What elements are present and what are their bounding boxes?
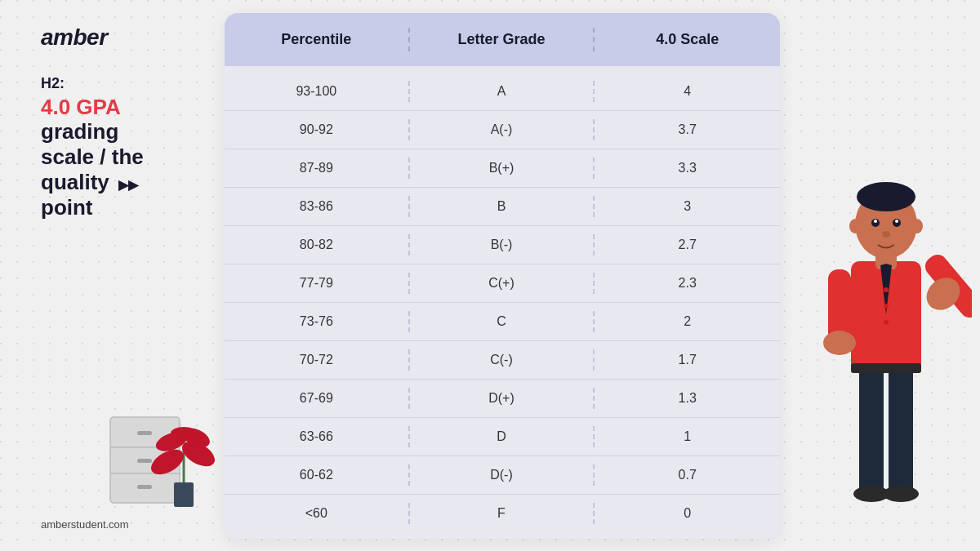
- heading-body-line3: quality: [41, 170, 109, 194]
- brand-logo: amber: [41, 24, 188, 51]
- header-letter-grade: Letter Grade: [410, 28, 595, 51]
- table-cell-4-1: B(-): [410, 234, 595, 256]
- svg-rect-6: [174, 482, 194, 507]
- table-cell-6-1: C: [410, 311, 595, 332]
- table-cell-2-2: 3.3: [595, 158, 780, 179]
- svg-point-28: [882, 231, 890, 238]
- main-content: Percentile Letter Grade 4.0 Scale 93-100…: [212, 0, 792, 551]
- heading-body-line1: grading: [41, 119, 118, 144]
- table-cell-1-0: 90-92: [225, 119, 410, 140]
- table-row: 70-72C(-)1.7: [225, 341, 780, 380]
- table-cell-2-0: 87-89: [225, 158, 410, 179]
- website-footer: amberstudent.com: [41, 518, 129, 531]
- svg-point-16: [883, 486, 919, 502]
- page-wrapper: amber H2: 4.0 GPA grading scale / the qu…: [0, 0, 980, 551]
- svg-rect-4: [137, 459, 152, 463]
- svg-point-27: [895, 220, 898, 223]
- header-40-scale: 4.0 Scale: [595, 28, 780, 51]
- table-cell-9-2: 1: [595, 426, 780, 447]
- svg-rect-13: [859, 363, 884, 494]
- svg-point-21: [857, 182, 915, 211]
- header-percentile: Percentile: [225, 28, 410, 51]
- table-cell-10-1: D(-): [410, 464, 595, 486]
- svg-rect-18: [851, 363, 921, 373]
- table-row: 63-66D1: [225, 418, 780, 456]
- table-row: 87-89B(+)3.3: [225, 149, 780, 188]
- table-cell-5-1: C(+): [410, 273, 595, 294]
- table-cell-8-2: 1.3: [595, 388, 780, 409]
- table-cell-1-2: 3.7: [595, 119, 780, 140]
- table-cell-6-0: 73-76: [225, 311, 410, 332]
- table-cell-8-1: D(+): [410, 388, 595, 409]
- svg-point-22: [849, 219, 861, 233]
- heading-body-line2: scale / the: [41, 144, 144, 169]
- svg-point-23: [911, 219, 923, 233]
- table-cell-4-2: 2.7: [595, 234, 780, 256]
- svg-rect-5: [137, 485, 152, 489]
- table-cell-3-2: 3: [595, 196, 780, 217]
- grade-table: Percentile Letter Grade 4.0 Scale 93-100…: [225, 13, 780, 539]
- svg-point-35: [884, 304, 889, 309]
- table-body: 93-100A490-92A(-)3.787-89B(+)3.383-86B38…: [225, 66, 780, 539]
- table-cell-0-0: 93-100: [225, 81, 410, 102]
- svg-point-12: [171, 427, 197, 440]
- table-cell-7-0: 70-72: [225, 349, 410, 371]
- right-panel: [792, 0, 980, 551]
- table-row: 93-100A4: [225, 73, 780, 111]
- left-panel: amber H2: 4.0 GPA grading scale / the qu…: [0, 0, 212, 551]
- heading-section: H2: 4.0 GPA grading scale / the quality …: [41, 75, 188, 220]
- svg-rect-3: [137, 431, 152, 435]
- table-cell-7-1: C(-): [410, 349, 595, 371]
- svg-point-34: [884, 287, 889, 292]
- plant-decoration: [151, 405, 216, 514]
- heading-label: H2:: [41, 75, 188, 92]
- person-figure: [800, 118, 972, 543]
- table-cell-11-1: F: [410, 503, 595, 524]
- table-cell-11-2: 0: [595, 503, 780, 524]
- table-row: 77-79C(+)2.3: [225, 264, 780, 303]
- table-row: 90-92A(-)3.7: [225, 111, 780, 149]
- table-cell-3-1: B: [410, 196, 595, 217]
- table-row: 60-62D(-)0.7: [225, 456, 780, 495]
- svg-rect-14: [889, 363, 913, 494]
- table-cell-0-1: A: [410, 81, 595, 102]
- table-cell-3-0: 83-86: [225, 196, 410, 217]
- table-cell-8-0: 67-69: [225, 388, 410, 409]
- svg-point-26: [874, 220, 877, 223]
- table-row: 80-82B(-)2.7: [225, 226, 780, 264]
- table-cell-10-0: 60-62: [225, 464, 410, 486]
- table-cell-5-2: 2.3: [595, 273, 780, 294]
- table-row: 73-76C2: [225, 303, 780, 341]
- table-header: Percentile Letter Grade 4.0 Scale: [225, 13, 780, 66]
- table-cell-7-2: 1.7: [595, 349, 780, 371]
- table-cell-9-1: D: [410, 426, 595, 447]
- table-cell-0-2: 4: [595, 81, 780, 102]
- table-cell-6-2: 2: [595, 311, 780, 332]
- svg-point-33: [823, 331, 856, 355]
- table-row: 83-86B3: [225, 188, 780, 226]
- heading-body-line4: point: [41, 195, 93, 220]
- table-row: <60F0: [225, 495, 780, 532]
- table-cell-4-0: 80-82: [225, 234, 410, 256]
- table-cell-9-0: 63-66: [225, 426, 410, 447]
- heading-body: grading scale / the quality ▶▶ point: [41, 119, 188, 221]
- svg-point-36: [884, 320, 889, 325]
- table-cell-5-0: 77-79: [225, 273, 410, 294]
- arrow-icon: ▶▶: [118, 178, 138, 192]
- heading-highlight: 4.0 GPA: [41, 96, 188, 119]
- table-row: 67-69D(+)1.3: [225, 380, 780, 418]
- table-cell-11-0: <60: [225, 503, 410, 524]
- table-cell-10-2: 0.7: [595, 464, 780, 486]
- table-cell-2-1: B(+): [410, 158, 595, 179]
- table-cell-1-1: A(-): [410, 119, 595, 140]
